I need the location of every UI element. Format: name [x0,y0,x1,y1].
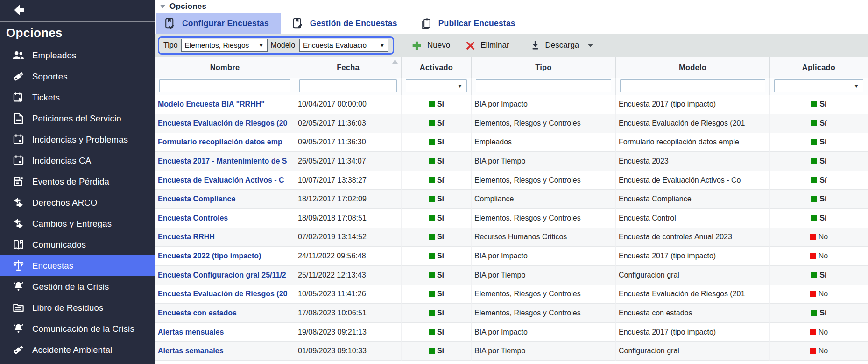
sidebar-item-incidencias-ca[interactable]: Incidencias CA [0,150,155,171]
cell-fecha: 24/11/2022 09:56:48 [298,252,366,260]
chevron-down-icon: ▼ [457,83,463,89]
cell-tipo: BIA por Impacto [474,100,528,108]
tab-configurar-encuestas[interactable]: Configurar Encuestas [156,13,281,34]
filter-select-aplicado[interactable]: ▼ [774,79,863,92]
sidebar-item-libro-de-residuos[interactable]: Libro de Residuos [0,297,155,318]
table-row: Elementos, Riesgos y Controles [472,209,616,228]
red-square-icon [810,253,816,259]
column-header-modelo[interactable]: Modelo [616,57,770,78]
table-row: Encuesta con estados [155,304,295,323]
table-row: Sí [402,266,472,285]
table-row: BIA por Tiempo [472,342,616,361]
sidebar-item-comunicados[interactable]: Comunicados [0,234,155,255]
status-badge-yes: Sí [429,271,444,279]
status-badge-yes: Sí [811,100,826,108]
filter-input-tipo[interactable] [476,79,611,92]
row-name-link[interactable]: Alertas mensuales [158,328,224,336]
filter-select-activado[interactable]: ▼ [406,79,467,92]
filter-input-modelo[interactable] [620,79,765,92]
chevron-down-icon: ▼ [259,43,264,48]
sidebar-item-label: Comunicados [32,240,86,250]
column-header-aplicado[interactable]: Aplicado [770,57,868,78]
tipo-select[interactable]: Elementos, Riesgos ▼ [181,39,268,52]
sidebar-item-gesti-n-de-la-crisis[interactable]: Gestión de la Crisis [0,276,155,297]
row-name-link[interactable]: Encuesta Compliance [158,195,235,203]
sidebar-item-incidencias-y-problemas[interactable]: Incidencias y Problemas [0,129,155,150]
sidebar-title: Opciones [0,22,155,44]
status-badge-yes: Sí [429,138,444,146]
row-name-link[interactable]: Encuesta RRHH [158,233,215,241]
row-name-link[interactable]: Formulario recopilación datos emp [158,138,282,146]
column-header-tipo[interactable]: Tipo [472,57,616,78]
green-square-icon [429,291,435,297]
row-name-link[interactable]: Encuesta Evaluación de Riesgos (20 [158,290,287,298]
descarga-button[interactable]: Descarga [530,40,593,51]
green-square-icon [811,158,817,164]
cell-tipo: Elementos, Riesgos y Controles [474,309,581,317]
sidebar-item-comunicaci-n-de-la-crisis[interactable]: Comunicación de la Crisis [0,318,155,339]
sidebar-item-encuestas[interactable]: Encuestas [0,255,155,276]
status-badge-yes: Sí [429,328,444,336]
tab-gesti-n-de-encuestas[interactable]: Gestión de Encuestas [284,13,409,34]
table-row: Sí [770,190,868,209]
options-fieldset-legend: Opciones [155,0,868,13]
sidebar-item-tickets[interactable]: Tickets [0,87,155,108]
row-name-link[interactable]: Modelo Encuesta BIA "RRHH" [158,100,265,108]
sidebar-item-label: Peticiones del Servicio [32,114,121,124]
collapse-triangle-icon[interactable] [160,5,165,8]
sidebar-item-peticiones-del-servicio[interactable]: Peticiones del Servicio [0,108,155,129]
filter-input-fecha[interactable] [299,79,397,92]
sidebar-item-accidente-ambiental[interactable]: Accidente Ambiental [0,339,155,360]
table-row: BIA por Impacto [472,323,616,342]
row-name-link[interactable]: Encuesta 2017 - Mantenimiento de S [158,157,287,165]
download-icon [530,40,540,51]
column-header-nombre[interactable]: Nombre [155,57,295,78]
sidebar-item-label: Tickets [32,93,60,103]
sidebar-item-cambios-y-entregas[interactable]: Cambios y Entregas [0,213,155,234]
sidebar-item-empleados[interactable]: Empleados [0,45,155,66]
cell-modelo: Encuesta Evaluación de Riesgos (201 [619,119,745,128]
table-row: Encuesta Evaluación de Riesgos (201 [616,285,770,304]
sidebar-item-eventos-de-p-rdida[interactable]: Eventos de Pérdida [0,171,155,192]
column-header-label: Activado [420,63,453,72]
sidebar-collapse-button[interactable] [0,0,155,22]
table-row: Elementos, Riesgos y Controles [472,114,616,133]
cell-tipo: Elementos, Riesgos y Controles [474,290,581,298]
table-row: Sí [402,285,472,304]
red-square-icon [810,234,816,240]
column-header-activado[interactable]: Activado [402,57,472,78]
modelo-label: Modelo [271,41,295,50]
row-name-link[interactable]: Encuesta con estados [158,309,237,317]
green-square-icon [811,196,817,202]
column-header-fecha[interactable]: Fecha [295,57,402,78]
table-row: Encuesta Control [616,209,770,228]
row-name-link[interactable]: Encuesta Evaluación de Riesgos (20 [158,119,287,128]
status-badge-yes: Sí [811,176,826,185]
cell-tipo: BIA por Impacto [474,328,528,336]
sidebar-item-label: Encuestas [32,261,73,271]
green-square-icon [429,139,435,145]
tab-publicar-encuestas[interactable]: Publicar Encuestas [412,13,528,34]
close-x-icon [466,41,475,50]
cell-fecha: 09/05/2017 11:36:30 [298,138,366,146]
modelo-select[interactable]: Encuesta Evaluació ▼ [299,39,388,52]
sidebar-item-derechos-arco[interactable]: Derechos ARCO [0,192,155,213]
table-row: Sí [402,209,472,228]
row-name-link[interactable]: Encuesta de Evaluación Activos - C [158,176,284,185]
row-name-link[interactable]: Encuesta 2022 (tipo impacto) [158,252,261,260]
bell-icon [11,322,25,336]
sidebar-item-soportes[interactable]: Soportes [0,66,155,87]
row-name-link[interactable]: Encuesta Configuracion gral 25/11/2 [158,271,286,279]
filter-input-nombre[interactable] [159,79,290,92]
row-name-link[interactable]: Alertas semanales [158,347,224,355]
cell-tipo: BIA por Tiempo [474,157,525,165]
status-badge-yes: Sí [811,119,826,128]
nuevo-button[interactable]: Nuevo [411,40,450,51]
table-row: Sí [770,266,868,285]
row-name-link[interactable]: Encuesta Controles [158,214,228,222]
caret-down-icon [588,44,593,47]
cell-tipo: Elementos, Riesgos y Controles [474,176,581,185]
cell-tipo: BIA por Tiempo [474,347,525,355]
cell-modelo: Encuesta de Evaluación Activos - Co [619,176,741,185]
eliminar-button[interactable]: Eliminar [466,41,509,50]
